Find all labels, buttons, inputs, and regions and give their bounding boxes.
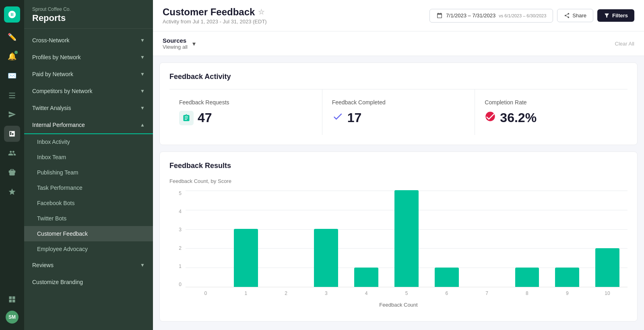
send-icon[interactable] — [4, 106, 20, 122]
bar-4 — [354, 268, 378, 287]
bar-3 — [314, 229, 338, 287]
x-label-8: 8 — [507, 291, 547, 296]
chevron-down-icon: ▼ — [140, 88, 145, 94]
favorite-star-icon[interactable]: ☆ — [258, 8, 264, 17]
tasks-icon[interactable] — [4, 87, 20, 103]
sidebar-item-profiles-by-network[interactable]: Profiles by Network ▼ — [24, 49, 153, 66]
sources-sub-label: Viewing all — [163, 44, 188, 50]
sidebar-subitem-inbox-activity[interactable]: Inbox Activity — [24, 134, 153, 149]
sidebar-item-reviews[interactable]: Reviews ▼ — [24, 257, 153, 274]
date-range-button[interactable]: 7/1/2023 – 7/31/2023 vs 6/1/2023 – 6/30/… — [429, 9, 553, 23]
chevron-down-icon: ▼ — [140, 105, 145, 111]
star-icon[interactable] — [4, 184, 20, 200]
filters-icon — [604, 12, 610, 19]
sidebar-item-internal-performance[interactable]: Internal Performance ▲ — [24, 116, 153, 134]
sidebar-item-cross-network[interactable]: Cross-Network ▼ — [24, 32, 153, 49]
calendar-icon — [436, 12, 443, 19]
bar-10 — [595, 248, 619, 287]
compose-icon[interactable]: ✏️ — [4, 29, 20, 45]
chevron-down-icon: ▼ — [140, 37, 145, 43]
chevron-down-icon: ▼ — [140, 262, 145, 268]
metric-feedback-completed: Feedback Completed 17 — [322, 89, 475, 135]
feedback-requests-value-row: 47 — [179, 110, 312, 125]
briefcase-icon[interactable] — [4, 164, 20, 181]
sidebar-item-competitors-by-network[interactable]: Competitors by Network ▼ — [24, 83, 153, 100]
metric-completion-rate: Completion Rate 36.2% — [475, 89, 627, 135]
user-avatar[interactable]: SM — [6, 311, 19, 324]
sidebar-item-twitter-analysis[interactable]: Twitter Analysis ▼ — [24, 100, 153, 116]
bar-1 — [234, 229, 258, 287]
sidebar-subitem-publishing-team[interactable]: Publishing Team — [24, 165, 153, 180]
bar-9 — [555, 268, 579, 287]
app-title: Reports — [32, 13, 145, 23]
sidebar-item-customize-branding[interactable]: Customize Branding — [24, 274, 153, 291]
share-button[interactable]: Share — [557, 9, 593, 22]
clear-all-button[interactable]: Clear All — [615, 41, 634, 47]
completion-rate-value-row: 36.2% — [485, 110, 618, 125]
feedback-completed-value-row: 17 — [332, 110, 465, 125]
content-area: Sources Viewing all ▾ Clear All Feedback… — [153, 31, 644, 330]
inbox-icon[interactable]: ✉️ — [4, 68, 20, 84]
metric-feedback-requests: Feedback Requests 47 — [169, 89, 322, 135]
metrics-row: Feedback Requests 47 Feedback Completed — [169, 89, 627, 135]
check-icon — [332, 111, 343, 125]
sidebar-item-paid-by-network[interactable]: Paid by Network ▼ — [24, 66, 153, 83]
x-label-10: 10 — [587, 291, 627, 296]
main-content: Customer Feedback ☆ Activity from Jul 1,… — [153, 0, 644, 330]
brand-name: Sprout Coffee Co. — [32, 6, 145, 12]
clipboard-icon — [179, 111, 194, 125]
x-label-9: 9 — [547, 291, 587, 296]
chart-bars-area — [186, 191, 627, 287]
chevron-down-icon: ▼ — [140, 71, 145, 77]
feedback-activity-section: Feedback Activity Feedback Requests 47 — [159, 62, 638, 145]
sources-section: Sources Viewing all — [163, 37, 188, 50]
x-label-4: 4 — [346, 291, 386, 296]
sidebar-subitem-task-performance[interactable]: Task Performance — [24, 180, 153, 195]
feedback-requests-label: Feedback Requests — [179, 99, 312, 106]
compose-icon-wrap: ✏️ — [4, 29, 20, 45]
chart-label: Feedback Count, by Score — [169, 178, 627, 184]
x-label-7: 7 — [467, 291, 507, 296]
sidebar-header: Sprout Coffee Co. Reports — [24, 0, 153, 29]
grid-icon[interactable] — [4, 291, 20, 307]
sidebar: Sprout Coffee Co. Reports Cross-Network … — [24, 0, 153, 330]
x-label-2: 2 — [266, 291, 306, 296]
feedback-results-title: Feedback Results — [169, 162, 627, 170]
bar-5 — [394, 190, 419, 287]
y-label-2: 2 — [169, 245, 184, 251]
circle-check-icon — [485, 111, 496, 125]
bar-chart: 5 4 3 2 1 0 — [169, 191, 627, 311]
sources-dropdown[interactable]: Sources Viewing all ▾ — [163, 37, 196, 50]
x-label-0: 0 — [186, 291, 226, 296]
sidebar-subitem-inbox-team[interactable]: Inbox Team — [24, 149, 153, 165]
people-icon[interactable] — [4, 145, 20, 161]
sidebar-subitem-facebook-bots[interactable]: Facebook Bots — [24, 195, 153, 211]
sidebar-subitem-twitter-bots[interactable]: Twitter Bots — [24, 211, 153, 226]
completion-rate-value: 36.2% — [500, 110, 537, 125]
y-label-0: 0 — [169, 282, 184, 287]
page-title-area: Customer Feedback ☆ Activity from Jul 1,… — [163, 6, 267, 25]
chevron-down-icon: ▼ — [140, 54, 145, 60]
reports-icon[interactable] — [4, 126, 20, 142]
sidebar-subitem-employee-advocacy[interactable]: Employee Advocacy — [24, 241, 153, 257]
x-labels-row: 012345678910 — [186, 291, 627, 296]
sources-chevron-icon: ▾ — [192, 40, 196, 48]
y-label-5: 5 — [169, 191, 184, 196]
filters-button[interactable]: Filters — [597, 9, 634, 22]
page-subtitle: Activity from Jul 1, 2023 - Jul 31, 2023… — [163, 19, 267, 25]
y-label-4: 4 — [169, 209, 184, 214]
feedback-activity-title: Feedback Activity — [169, 73, 627, 81]
notifications-icon-wrap: 🔔 — [4, 48, 20, 64]
share-icon — [564, 12, 570, 19]
bar-6 — [435, 268, 459, 287]
page-title: Customer Feedback ☆ — [163, 6, 267, 18]
x-label-3: 3 — [306, 291, 346, 296]
notifications-icon[interactable]: 🔔 — [4, 48, 20, 64]
sources-label: Sources — [163, 37, 188, 44]
y-label-3: 3 — [169, 227, 184, 232]
svg-point-0 — [486, 112, 495, 121]
logo-icon[interactable] — [4, 6, 20, 23]
x-label-6: 6 — [427, 291, 467, 296]
feedback-results-section: Feedback Results Feedback Count, by Scor… — [159, 152, 638, 322]
sidebar-subitem-customer-feedback[interactable]: Customer Feedback — [24, 226, 153, 241]
